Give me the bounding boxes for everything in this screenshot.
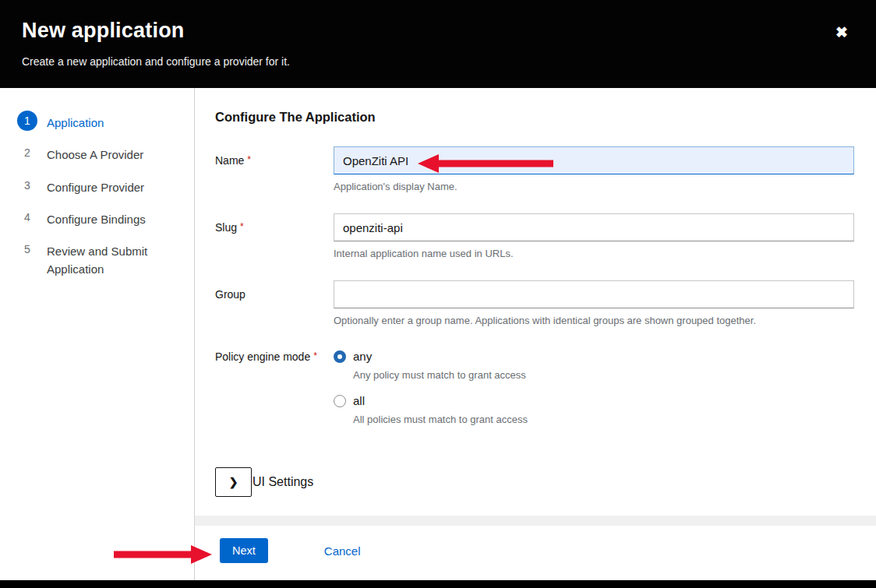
step-number: 2 [17,143,37,163]
slug-field-wrap: Internal application name used in URLs. [334,213,854,259]
horizontal-scrollbar-track[interactable] [195,516,876,526]
step-number-badge: 1 [17,111,37,131]
step-label: Review and Submit Application [37,239,183,279]
wizard-steps-sidebar: 1 Application 2 Choose A Provider 3 Conf… [0,88,195,580]
step-application[interactable]: 1 Application [0,105,194,137]
slug-form-row: Slug* Internal application name used in … [215,213,854,259]
required-marker: * [313,350,317,361]
policy-any-help: Any policy must match to grant access [353,369,854,381]
new-application-modal: New application Create a new application… [0,0,876,580]
form-heading: Configure The Application [215,110,854,125]
step-number: 3 [17,175,37,195]
group-form-row: Group Optionally enter a group name. App… [215,280,854,326]
step-number: 5 [17,239,37,259]
step-number: 4 [17,207,37,227]
name-label: Name* [215,146,334,192]
slug-label-text: Slug [215,221,237,234]
required-marker: * [247,154,251,165]
policy-all-help: All policies must match to grant access [353,414,854,425]
required-marker: * [240,221,244,232]
slug-input[interactable] [334,213,854,241]
step-label: Configure Provider [37,175,144,196]
screen: New application Create a new application… [0,0,876,588]
step-review-submit[interactable]: 5 Review and Submit Application [0,234,194,284]
policy-option-any[interactable]: any [334,347,854,363]
radio-checked-icon[interactable] [334,350,346,363]
form-area: Configure The Application Name* Applicat… [195,88,876,516]
step-label: Configure Bindings [37,207,146,228]
slug-label: Slug* [215,213,334,259]
group-label: Group [215,280,334,326]
radio-unchecked-icon[interactable] [334,395,346,407]
step-configure-provider[interactable]: 3 Configure Provider [0,170,194,202]
name-form-row: Name* Application's display Name. [215,146,854,192]
cancel-link[interactable]: Cancel [324,544,361,558]
close-icon[interactable]: ✖ [832,22,851,43]
policy-mode-label: Policy engine mode* [215,347,334,436]
step-label: Application [37,111,104,132]
name-input[interactable] [334,146,854,174]
ui-settings-expandable: ❯ UI Settings [215,467,854,497]
name-field-wrap: Application's display Name. [334,146,854,192]
step-label: Choose A Provider [37,143,143,164]
modal-header: New application Create a new application… [0,0,876,88]
ui-settings-label: UI Settings [253,475,313,489]
modal-body: 1 Application 2 Choose A Provider 3 Conf… [0,88,876,580]
step-configure-bindings[interactable]: 4 Configure Bindings [0,202,194,234]
wizard-footer: Next Cancel [195,526,876,580]
policy-option-all[interactable]: all [334,392,854,407]
name-label-text: Name [215,154,244,167]
group-input[interactable] [334,280,854,308]
policy-any-label[interactable]: any [353,350,372,363]
modal-title: New application [22,19,853,43]
modal-subtitle: Create a new application and configure a… [22,55,853,68]
policy-mode-label-text: Policy engine mode [215,350,310,363]
wizard-content: Configure The Application Name* Applicat… [195,88,876,580]
policy-mode-field-wrap: any Any policy must match to grant acces… [334,347,854,436]
group-field-wrap: Optionally enter a group name. Applicati… [334,280,854,326]
slug-help-text: Internal application name used in URLs. [334,248,854,259]
step-choose-provider[interactable]: 2 Choose A Provider [0,137,194,169]
policy-all-label[interactable]: all [353,394,365,407]
name-help-text: Application's display Name. [334,181,854,192]
policy-mode-form-row: Policy engine mode* any Any policy must … [215,347,854,436]
group-help-text: Optionally enter a group name. Applicati… [334,315,854,326]
next-button[interactable]: Next [220,538,268,563]
chevron-right-icon[interactable]: ❯ [215,467,252,497]
group-label-text: Group [215,288,245,301]
